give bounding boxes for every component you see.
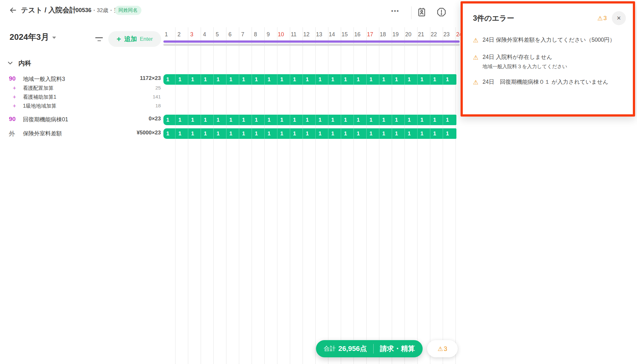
- error-panel: 3件のエラー ⚠ 3 × ⚠ 24日 保険外室料差額を入力してください（5000…: [461, 1, 635, 117]
- grid-cell[interactable]: 1: [328, 115, 341, 125]
- grid-cell[interactable]: 1: [404, 74, 417, 85]
- grid-cell[interactable]: 1: [354, 74, 366, 85]
- grid-cell[interactable]: 1: [303, 128, 315, 139]
- day-label: 8: [249, 31, 262, 38]
- grid-cell[interactable]: 1: [277, 115, 290, 125]
- filter-button[interactable]: [94, 35, 104, 43]
- grid-cell[interactable]: 1: [264, 115, 277, 125]
- grid-cell[interactable]: 1: [392, 128, 404, 139]
- grid-cell[interactable]: 1: [163, 115, 175, 125]
- grid-cell[interactable]: 1: [430, 115, 443, 125]
- day-label: 19: [389, 31, 402, 38]
- error-item[interactable]: ⚠ 24日 回復期機能病棟０１ が入力されていません: [473, 78, 626, 87]
- error-count-badge: ⚠ 3: [597, 15, 607, 22]
- grid-cell[interactable]: 1: [354, 115, 366, 125]
- grid-cell[interactable]: 1: [226, 128, 239, 139]
- day-label: 6: [224, 31, 236, 38]
- grid-cell[interactable]: 1: [290, 74, 303, 85]
- grid-cell[interactable]: 1: [404, 115, 417, 125]
- item-row-main[interactable]: 外 保険外室料差額 ¥5000×23: [0, 130, 162, 138]
- grid-cell[interactable]: 1: [392, 115, 404, 125]
- item-row-main[interactable]: 90 地域一般入院料3 1172×23: [0, 75, 162, 83]
- grid-cell[interactable]: 1: [201, 74, 213, 85]
- grid-cell[interactable]: 1: [315, 115, 328, 125]
- grid-cell[interactable]: 1: [328, 128, 341, 139]
- item-row-sub[interactable]: + 看護配置加算 25: [0, 85, 162, 93]
- grid-cell[interactable]: 1: [213, 128, 226, 139]
- section-header-naika[interactable]: 内科: [8, 59, 31, 68]
- grid-cell[interactable]: 1: [264, 74, 277, 85]
- grid-cell[interactable]: 1: [252, 128, 264, 139]
- grid-cell[interactable]: 1: [239, 115, 252, 125]
- grid-cell[interactable]: 1: [290, 115, 303, 125]
- grid-cell[interactable]: 1: [188, 128, 201, 139]
- grid-cell[interactable]: 1: [392, 74, 404, 85]
- grid-cell[interactable]: 1: [239, 128, 252, 139]
- warning-count-button[interactable]: ⚠ 3: [427, 340, 458, 357]
- month-selector[interactable]: 2024年3月: [10, 32, 56, 43]
- error-item[interactable]: ⚠ 24日 入院料が存在しません 地域一般入院料３を入力してください: [473, 53, 626, 70]
- grid-cell[interactable]: 1: [341, 115, 354, 125]
- grid-cell[interactable]: 1: [213, 74, 226, 85]
- grid-cell[interactable]: 1: [252, 115, 264, 125]
- grid-cell[interactable]: 1: [404, 128, 417, 139]
- grid-cell[interactable]: 1: [341, 128, 354, 139]
- grid-cell[interactable]: 1: [366, 128, 379, 139]
- grid-cell[interactable]: 1: [417, 128, 430, 139]
- add-button[interactable]: + 追加 Enter: [108, 31, 161, 47]
- grid-cell[interactable]: 1: [379, 115, 392, 125]
- grid-cell[interactable]: 1: [201, 115, 213, 125]
- grid-cell[interactable]: 1: [252, 74, 264, 85]
- grid-cell[interactable]: 1: [175, 115, 188, 125]
- grid-cell[interactable]: 1: [201, 128, 213, 139]
- warning-triangle-icon: ⚠: [473, 78, 483, 87]
- grid-cell[interactable]: 1: [430, 128, 443, 139]
- grid-cell[interactable]: 1: [417, 115, 430, 125]
- grid-cell[interactable]: 1: [303, 115, 315, 125]
- error-item[interactable]: ⚠ 24日 保険外室料差額を入力してください（5000円）: [473, 36, 626, 45]
- grid-cell[interactable]: 1: [354, 128, 366, 139]
- grid-cell[interactable]: 1: [188, 115, 201, 125]
- grid-cell[interactable]: 1: [303, 74, 315, 85]
- item-row-sub[interactable]: + 看護補助加算1 141: [0, 94, 162, 102]
- grid-cell[interactable]: 1: [163, 128, 175, 139]
- grid-cell[interactable]: 1: [175, 128, 188, 139]
- item-label: 1級地地域加算: [23, 103, 56, 110]
- grid-cell[interactable]: 1: [443, 128, 455, 139]
- grid-cell[interactable]: 1: [213, 115, 226, 125]
- grid-cell[interactable]: 1: [175, 74, 188, 85]
- day-label: 10: [275, 31, 287, 38]
- day-label: 21: [415, 31, 427, 38]
- grid-cell[interactable]: 1: [277, 74, 290, 85]
- back-arrow-icon: [9, 11, 18, 16]
- grid-cell[interactable]: 1: [290, 128, 303, 139]
- grid-cell[interactable]: 1: [328, 74, 341, 85]
- grid-cell[interactable]: 1: [430, 74, 443, 85]
- patient-card-button[interactable]: [417, 7, 427, 18]
- grid-cell[interactable]: 1: [443, 115, 455, 125]
- grid-cell[interactable]: 1: [315, 128, 328, 139]
- grid-cell[interactable]: 1: [163, 74, 175, 85]
- alert-info-button[interactable]: [436, 7, 447, 18]
- grid-cell[interactable]: 1: [366, 74, 379, 85]
- grid-cell[interactable]: 1: [379, 128, 392, 139]
- grid-cell[interactable]: 1: [226, 115, 239, 125]
- back-button[interactable]: [8, 5, 18, 16]
- total-label: 合計: [324, 345, 336, 353]
- grid-cell[interactable]: 1: [366, 115, 379, 125]
- grid-cell[interactable]: 1: [277, 128, 290, 139]
- claim-settlement-button[interactable]: 請求・精算: [380, 344, 415, 353]
- grid-cell[interactable]: 1: [239, 74, 252, 85]
- grid-cell[interactable]: 1: [443, 74, 455, 85]
- grid-cell[interactable]: 1: [315, 74, 328, 85]
- more-options-button[interactable]: •••: [391, 8, 399, 15]
- grid-cell[interactable]: 1: [226, 74, 239, 85]
- close-button[interactable]: ×: [612, 11, 626, 25]
- grid-cell[interactable]: 1: [417, 74, 430, 85]
- grid-cell[interactable]: 1: [188, 74, 201, 85]
- grid-cell[interactable]: 1: [264, 128, 277, 139]
- item-row-sub[interactable]: + 1級地地域加算 18: [0, 103, 162, 111]
- grid-cell[interactable]: 1: [379, 74, 392, 85]
- grid-cell[interactable]: 1: [341, 74, 354, 85]
- item-row-main[interactable]: 90 回復期機能病棟01 0×23: [0, 116, 162, 124]
